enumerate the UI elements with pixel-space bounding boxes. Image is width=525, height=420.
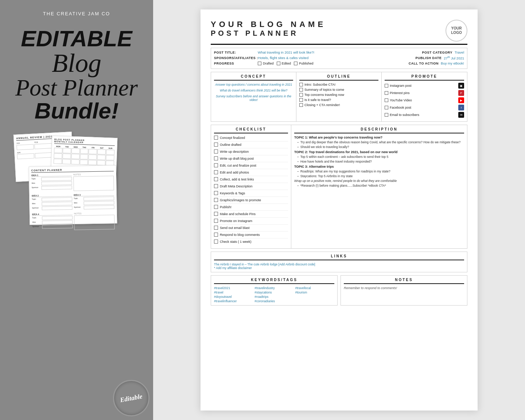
blog-text: Blog [15, 50, 138, 76]
edited-label: Edited [282, 62, 291, 65]
cb-edit-finalize[interactable] [214, 163, 218, 167]
call-to-action-group: CALL TO ACTION Buy my eBook! [409, 61, 464, 65]
cb-writeup-desc[interactable] [214, 149, 218, 153]
outline-item-2: Summary of topics to come [299, 88, 378, 92]
promote-cb-email[interactable] [385, 113, 388, 117]
progress-row: PROGRESS Drafted Edited Published [214, 61, 464, 65]
cb-edit-photos[interactable] [214, 170, 218, 174]
cb-outline[interactable] [214, 143, 218, 147]
promote-cb-facebook[interactable] [385, 106, 388, 109]
kw-1: #travel2021 [214, 286, 253, 290]
checklist-keywords: Keywords & Tags [214, 191, 288, 197]
promote-youtube-label: YouTube Video [390, 98, 412, 102]
right-panel: YOUR BLOG NAME POST PLANNER YOURLOGO POS… [153, 0, 525, 420]
outline-item-1: Intro: Subscribe CTA! [299, 83, 378, 86]
outline-cb-2[interactable] [299, 88, 303, 92]
publish-date-label: PUBLISH DATE [415, 56, 442, 60]
cb-stats[interactable] [214, 240, 218, 244]
kw-10: #travelinfluencer [214, 299, 253, 303]
progress-items: Drafted Edited Published [258, 62, 314, 65]
checklist-graphics: Graphics/images to promote [214, 198, 288, 204]
cb-email-blast[interactable] [214, 226, 218, 230]
promote-cb-instagram[interactable] [385, 84, 388, 88]
sponsors-label: SPONSORS/AFFILIATES : [214, 56, 258, 60]
sponsors-value: Hotels, flight sites & cafes visited [258, 56, 308, 60]
promote-cb-pinterest[interactable] [385, 91, 388, 95]
checklist-column: CHECKLIST Concept finalized Outline draf… [211, 125, 291, 248]
planner-header: YOUR BLOG NAME POST PLANNER YOURLOGO [211, 20, 467, 42]
cb-draft-post[interactable] [214, 156, 218, 160]
desc-topic-3: TOPIC 3: Alternative trips [294, 165, 464, 168]
outline-cb-3[interactable] [299, 93, 303, 97]
drafted-checkbox[interactable] [258, 62, 261, 65]
publish-date-group: PUBLISH DATE 27th Jul 2021 [415, 55, 464, 60]
content-planner-doc: CONTENT PLANNER IDEA 1 Topic Idea Sponso… [29, 165, 117, 225]
published-label: Published [299, 62, 314, 65]
keywords-notes-section: KEYWORDS/TAGS #travel2021 #travelindustr… [211, 275, 467, 306]
promote-pinterest-label: Pinterest pins [390, 91, 410, 95]
concept-header: CONCEPT [214, 74, 293, 81]
desc-cta-bullet: – *Research (!) before making plans.....… [294, 184, 464, 187]
kw-12 [295, 299, 334, 303]
sponsors-row: SPONSORS/AFFILIATES : Hotels, flight sit… [214, 55, 464, 60]
description-header: DESCRIPTION [294, 127, 464, 133]
cb-publish[interactable] [214, 205, 218, 209]
pinterest-icon: P [458, 90, 464, 96]
cb-concept[interactable] [214, 136, 218, 140]
header-divider [211, 44, 467, 45]
outline-section: OUTLINE Intro: Subscribe CTA! Summary of… [296, 72, 382, 121]
cb-graphics[interactable] [214, 198, 218, 202]
progress-edited: Edited [277, 62, 291, 65]
edited-checkbox[interactable] [277, 62, 280, 65]
description-column: DESCRIPTION TOPIC 1: What are people's t… [291, 125, 467, 248]
promote-pinterest: Pinterest pins P [385, 90, 464, 96]
outline-cb-5[interactable] [299, 103, 303, 107]
planner-title-block: YOUR BLOG NAME POST PLANNER [211, 20, 326, 38]
cb-respond[interactable] [214, 233, 218, 237]
drafted-label: Drafted [263, 62, 274, 65]
post-planner-text: Post Planner [15, 76, 138, 100]
kw-5: #staycations [254, 291, 293, 294]
progress-published: Published [294, 62, 314, 65]
email-icon: ✉ [458, 112, 464, 118]
cta-value: Buy my eBook! [441, 61, 464, 65]
published-checkbox[interactable] [294, 62, 298, 65]
outline-item-3: Top concerns traveling now [299, 93, 378, 97]
outline-cb-4[interactable] [299, 98, 303, 102]
preview-docs: ANNUAL REVIEW | 2021 JAN FEB MAR APR BLO… [15, 133, 139, 228]
kw-6: #tourism [295, 291, 334, 294]
kw-9 [295, 295, 334, 299]
checklist-stats: Check stats ( 1 week) [214, 240, 288, 245]
left-panel: THE CREATIVE JAM CO EDITABLE Blog Post P… [0, 0, 153, 420]
progress-label: PROGRESS [214, 62, 258, 65]
keywords-header: KEYWORDS/TAGS [214, 278, 334, 284]
cb-meta[interactable] [214, 184, 218, 188]
post-category-label: POST CATEGORY [422, 51, 452, 54]
desc-topic3-bullet-1: – Roadtrips: What are my top suggestions… [294, 170, 464, 173]
outline-cb-1[interactable] [299, 83, 303, 86]
keywords-section: KEYWORDS/TAGS #travel2021 #travelindustr… [211, 275, 338, 306]
desc-topic2-bullet-2: – How have hotels and the travel industr… [294, 160, 464, 163]
desc-topic1-bullet-2: – Should we stick to traveling locally? [294, 145, 464, 149]
blog-name: YOUR BLOG NAME [211, 20, 326, 29]
promote-email: Email to subscribers ✉ [385, 112, 464, 118]
promote-instagram: Instagram post ▣ [385, 83, 464, 89]
post-title-row: POST TITLE: What traveling in 2021 will … [214, 50, 464, 54]
promote-email-label: Email to subscribers [390, 113, 419, 117]
promote-cb-youtube[interactable] [385, 98, 388, 102]
links-text-1: The Airbnb I stayed in – The cute Airbnb… [214, 262, 464, 266]
cb-instagram[interactable] [214, 219, 218, 223]
promote-header: PROMOTE [385, 74, 464, 81]
links-header: LINKS [214, 254, 464, 260]
notes-header: NOTES [344, 278, 464, 284]
publish-date-value: 27th Jul 2021 [444, 55, 464, 60]
checklist-instagram: Promote on Instagram [214, 219, 288, 225]
cb-keywords[interactable] [214, 191, 218, 195]
checklist-links: Collect, add & test links [214, 177, 288, 183]
notes-text: Remember to respond to comments! [344, 286, 464, 290]
cb-links[interactable] [214, 177, 218, 181]
post-title-value: What traveling in 2021 will look like?! [258, 50, 314, 54]
logo-circle: YOURLOGO [446, 20, 467, 42]
cb-pins[interactable] [214, 212, 218, 216]
checklist-publish: Publish! [214, 205, 288, 211]
